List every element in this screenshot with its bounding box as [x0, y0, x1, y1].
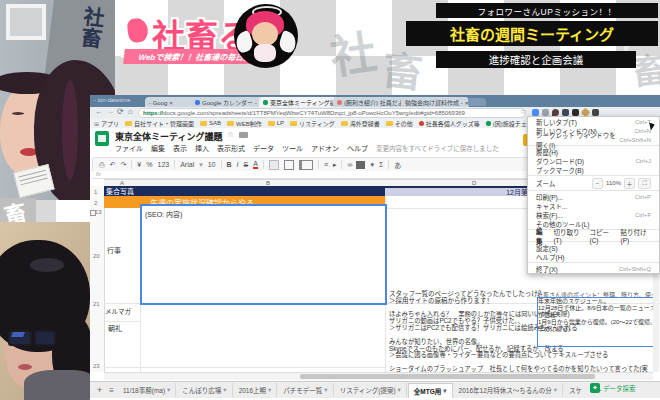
bookmark-item[interactable]: 自社サイト・管理画面 [125, 119, 194, 128]
ext-icon-dark[interactable] [562, 109, 569, 116]
sheet-tab-3[interactable]: 2016上期▾ [234, 383, 278, 397]
print-icon[interactable]: ⎙ [99, 161, 105, 169]
bookmark-star-icon[interactable]: ☆ [520, 108, 526, 116]
currency-format-icon[interactable]: ¥ [137, 161, 141, 168]
ime-icon[interactable]: あ [394, 160, 401, 170]
menu-edit[interactable]: 編集 [151, 143, 165, 153]
italic-button[interactable]: I [237, 161, 239, 168]
wrap-icon[interactable]: ▸ [333, 161, 337, 169]
refresh-button[interactable]: ⟳ [117, 108, 124, 116]
row-23-header[interactable]: 23 [93, 363, 100, 369]
sheet-tab-4[interactable]: パチモデ一覧▾ [278, 383, 333, 397]
row-21-header[interactable]: 21 [93, 301, 100, 307]
tab-caret-icon[interactable]: ▾ [554, 386, 557, 394]
bold-button[interactable]: B [227, 161, 232, 168]
cell-d20-line2[interactable]: ＞採用サイトの原稿から作ります！ [389, 295, 493, 305]
sheet-tab-1[interactable]: 11/18事務(ma)▾ [118, 383, 176, 397]
bookmark-item[interactable]: LP [268, 120, 284, 126]
sheet-tab-2[interactable]: こんぼり広場▾ [177, 383, 232, 397]
tab-partial[interactable]: - ion-datetime [94, 97, 131, 103]
tab-caret-icon[interactable]: ▾ [443, 387, 446, 395]
bookmark-item[interactable]: 社長各個人グッズ等 [419, 119, 480, 128]
bookmark-item[interactable]: WEB制作 [227, 119, 262, 128]
tab-caret-icon[interactable]: ▾ [268, 386, 271, 394]
row-1-header[interactable]: 1 [94, 189, 97, 195]
ext-icon-box[interactable] [592, 109, 599, 116]
formula-bar[interactable]: fx [92, 171, 560, 179]
align-icon[interactable]: ≡ [324, 161, 328, 168]
menu-view[interactable]: 表示 [173, 143, 187, 153]
menu-data[interactable]: データ [253, 143, 274, 153]
link-icon[interactable]: ∞ [347, 161, 351, 168]
font-size-select[interactable]: 10 [208, 161, 216, 168]
number-format-icon[interactable]: 123 [158, 161, 170, 168]
cell-a21[interactable]: メルマガ [105, 306, 131, 316]
ext-icon-square[interactable] [572, 109, 579, 116]
all-sheets-button[interactable]: ≡ [106, 386, 117, 395]
bookmark-item[interactable]: SAB [200, 120, 221, 126]
sheet-tab-5[interactable]: リスティング(提案)▾ [335, 383, 407, 397]
bookmark-item[interactable]: 海外登録書 [341, 119, 380, 128]
cell-a20[interactable]: 行事 [107, 245, 121, 255]
menu-help[interactable]: ヘルプ(H) [528, 252, 659, 261]
fullscreen-button[interactable]: ⛶ [638, 178, 651, 189]
menu-file[interactable]: ファイル [115, 143, 143, 153]
ext-icon-blue[interactable] [532, 109, 539, 116]
row-13-header[interactable]: 13 [95, 209, 102, 215]
menu-format[interactable]: 表示形式 [217, 143, 245, 153]
tab-caret-icon[interactable]: ▾ [167, 386, 170, 394]
strikethrough-button[interactable]: S [244, 161, 249, 168]
row-20-header[interactable]: 20 [93, 253, 100, 259]
bookmark-item[interactable]: リスティング [290, 119, 335, 128]
add-sheet-button[interactable]: + [94, 385, 105, 395]
zoom-out-button[interactable]: − [592, 178, 603, 189]
redo-icon[interactable]: ↷ [120, 161, 126, 169]
menu-tools[interactable]: ツール [282, 143, 303, 153]
ext-icon-shield[interactable] [552, 109, 559, 116]
filter-icon[interactable]: ▾ [370, 161, 374, 169]
menu-bookmarks[interactable]: ブックマーク(B) [528, 165, 659, 174]
sheet-tab-8[interactable]: スケ [564, 383, 587, 397]
bookmark-item[interactable]: その他 [386, 119, 413, 128]
chart-icon[interactable] [356, 161, 365, 169]
ext-icon-home[interactable] [542, 109, 549, 116]
menu-quit[interactable]: 終了(X)Ctrl+Shift+Q [528, 264, 659, 273]
menu-insert[interactable]: 挿入 [195, 143, 209, 153]
tab-close-icon[interactable]: × [169, 100, 173, 106]
home-button[interactable]: ⌂ [128, 108, 133, 116]
sheet-tab-7[interactable]: 2016年12月特休ス〜ちるんの分▾ [454, 383, 563, 397]
menu-cut[interactable]: 切り取り(T) [553, 227, 583, 244]
menu-paste[interactable]: 貼り付け(P) [621, 227, 651, 244]
forward-button[interactable]: → [106, 108, 114, 116]
percent-format-icon[interactable]: % [146, 161, 152, 168]
menu-copy[interactable]: コピー(C) [590, 227, 615, 244]
menu-help[interactable]: ヘルプ [347, 143, 368, 153]
zoom-in-button[interactable]: ＋ [624, 178, 635, 189]
doc-title[interactable]: 東京全体ミーティング議題 [115, 130, 222, 143]
apps-bookmark[interactable]: ⊞アプリ [94, 119, 119, 128]
tab-caret-icon[interactable]: ▾ [398, 386, 401, 394]
menu-incognito[interactable]: シークレット ウィンドウを開く(I)Ctrl+Shift+N [528, 135, 659, 144]
sheet-tab-active[interactable]: 全MTG用▾ [408, 383, 453, 398]
move-folder-icon[interactable] [239, 132, 248, 138]
url-bar[interactable]: https:// docs.google.com/spreadsheets/d/… [138, 108, 526, 118]
font-caret-icon[interactable]: ▾ [199, 161, 203, 169]
explore-button[interactable]: ✦ データ探索 [590, 383, 636, 393]
tab-caret-icon[interactable]: ▾ [223, 386, 226, 394]
back-button[interactable]: ← [95, 108, 103, 116]
row-2-header[interactable]: 2 [94, 200, 97, 206]
borders-icon[interactable] [284, 160, 294, 170]
collab-selected-cell-e[interactable]: 年末年始のスケジュール。 12月28日で休止。8/9日本の一覧のニュースが更新 … [537, 297, 658, 347]
text-color-button[interactable]: A [253, 160, 258, 169]
merge-icon[interactable] [299, 160, 313, 170]
new-tab-button[interactable] [468, 98, 486, 106]
undo-icon[interactable]: ↶ [110, 161, 116, 169]
tab-caret-icon[interactable]: ▾ [324, 386, 327, 394]
functions-icon[interactable]: Σ [379, 161, 383, 168]
menu-addons[interactable]: アドオン [311, 143, 339, 153]
cell-a1-b1[interactable]: 集合写真 [104, 186, 385, 196]
fill-color-icon[interactable] [269, 160, 279, 170]
cell-a22[interactable]: 朝礼 [108, 323, 122, 333]
collapse-rows-icon[interactable]: - [90, 210, 96, 216]
selected-cell-b20[interactable]: (SEO: 内容) [140, 204, 387, 305]
